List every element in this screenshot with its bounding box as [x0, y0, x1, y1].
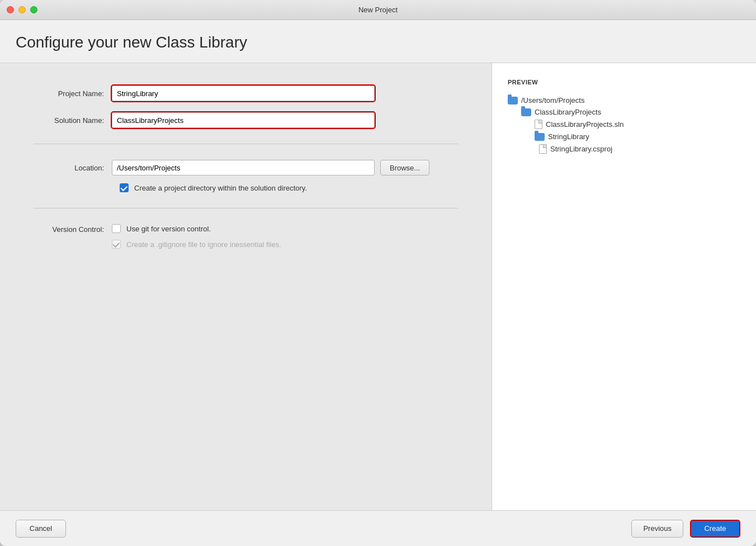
project-name-label: Project Name:: [34, 89, 112, 98]
tree-item-label: StringLibrary: [548, 132, 589, 141]
window: New Project Configure your new Class Lib…: [0, 0, 756, 546]
file-icon: [535, 120, 542, 129]
tree-item: ClassLibraryProjects: [508, 106, 740, 118]
previous-button[interactable]: Previous: [631, 520, 683, 538]
title-bar: New Project: [0, 0, 756, 20]
use-git-label: Use git for version control.: [126, 225, 211, 233]
preview-tree: /Users/tom/Projects ClassLibraryProjects…: [508, 94, 740, 155]
tree-item-label: StringLibrary.csproj: [550, 145, 612, 153]
solution-name-label: Solution Name:: [34, 116, 112, 125]
close-button[interactable]: [7, 6, 14, 13]
solution-name-row: Solution Name:: [34, 112, 458, 128]
file-icon: [539, 144, 547, 154]
create-directory-label: Create a project directory within the so…: [134, 184, 307, 192]
project-name-input[interactable]: [112, 86, 375, 101]
location-row: Location: Browse...: [34, 160, 458, 175]
main-content: Project Name: Solution Name: Location: B…: [0, 63, 756, 510]
page-title: Configure your new Class Library: [16, 34, 740, 51]
tree-item: /Users/tom/Projects: [508, 94, 740, 106]
version-options: Use git for version control. Create a .g…: [112, 224, 281, 249]
tree-item: StringLibrary: [508, 131, 740, 143]
window-title: New Project: [358, 6, 398, 14]
gitignore-label: Create a .gitignore file to ignore iness…: [126, 240, 281, 249]
header: Configure your new Class Library: [0, 20, 756, 63]
version-control-label: Version Control:: [34, 224, 112, 234]
minimize-button[interactable]: [18, 6, 26, 13]
solution-name-input[interactable]: [112, 112, 375, 128]
gitignore-checkbox: [112, 240, 121, 249]
use-git-row: Use git for version control.: [112, 224, 281, 233]
title-bar-buttons: [7, 6, 37, 13]
right-panel: PREVIEW /Users/tom/Projects ClassLibrary…: [492, 63, 756, 510]
use-git-checkbox[interactable]: [112, 224, 121, 233]
location-label: Location:: [34, 164, 112, 172]
tree-item-label: /Users/tom/Projects: [521, 96, 584, 105]
folder-icon: [521, 108, 531, 116]
tree-item: StringLibrary.csproj: [508, 143, 740, 155]
maximize-button[interactable]: [30, 6, 37, 13]
folder-icon: [535, 133, 545, 141]
location-input[interactable]: [112, 160, 375, 175]
preview-title: PREVIEW: [508, 79, 740, 86]
tree-item-label: ClassLibraryProjects: [535, 108, 601, 116]
gitignore-row: Create a .gitignore file to ignore iness…: [112, 240, 281, 249]
project-name-row: Project Name:: [34, 86, 458, 101]
left-panel: Project Name: Solution Name: Location: B…: [0, 63, 492, 510]
version-control-section: Version Control: Use git for version con…: [34, 224, 458, 249]
create-directory-row: Create a project directory within the so…: [120, 183, 458, 192]
folder-icon: [508, 97, 518, 105]
create-button[interactable]: Create: [690, 520, 740, 538]
tree-item-label: ClassLibraryProjects.sln: [546, 120, 623, 129]
location-section: Location: Browse... Create a project dir…: [34, 160, 458, 208]
tree-item: ClassLibraryProjects.sln: [508, 118, 740, 131]
cancel-button[interactable]: Cancel: [16, 520, 66, 538]
version-control-row: Version Control: Use git for version con…: [34, 224, 458, 249]
footer: Cancel Previous Create: [0, 510, 756, 546]
create-directory-checkbox[interactable]: [120, 183, 129, 192]
browse-button[interactable]: Browse...: [380, 160, 429, 175]
footer-right-buttons: Previous Create: [631, 520, 740, 538]
names-section: Project Name: Solution Name:: [34, 86, 458, 144]
